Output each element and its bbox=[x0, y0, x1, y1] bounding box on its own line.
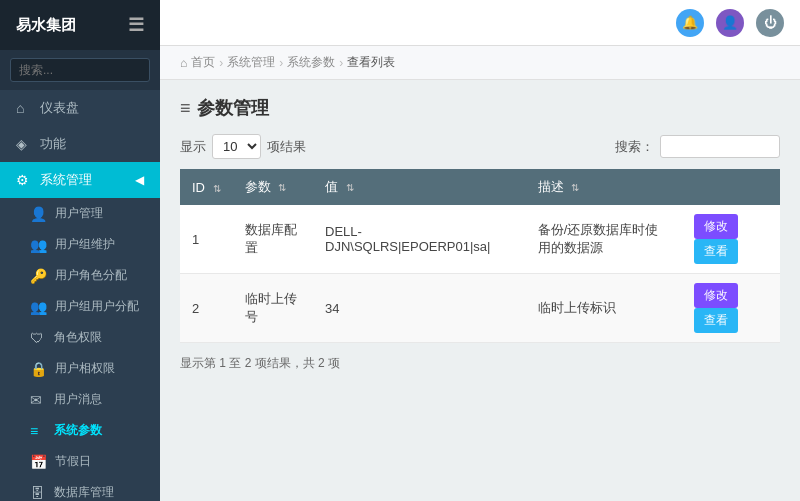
sidebar-item-usergroupmanage[interactable]: 👥 用户组维护 bbox=[0, 229, 160, 260]
dashboard-icon: ⌂ bbox=[16, 100, 32, 116]
user-avatar-icon[interactable]: 👤 bbox=[716, 9, 744, 37]
logout-icon[interactable]: ⏻ bbox=[756, 9, 784, 37]
chevron-left-icon: ◀ bbox=[135, 173, 144, 187]
topbar-icons: 🔔 👤 ⏻ bbox=[676, 9, 784, 37]
sort-param-icon[interactable]: ⇅ bbox=[278, 182, 286, 193]
table-toolbar: 显示 10 20 50 项结果 搜索： bbox=[180, 134, 780, 159]
sidebar-item-label: 用户角色分配 bbox=[55, 267, 127, 284]
table-footer: 显示第 1 至 2 项结果，共 2 项 bbox=[180, 355, 780, 372]
table-header: ID ⇅ 参数 ⇅ 值 ⇅ 描述 ⇅ bbox=[180, 169, 780, 205]
sidebar-item-dashboard[interactable]: ⌂ 仪表盘 bbox=[0, 90, 160, 126]
userperm-icon: 🔒 bbox=[30, 361, 47, 377]
show-suffix: 项结果 bbox=[267, 138, 306, 156]
footer-text: 显示第 1 至 2 项结果，共 2 项 bbox=[180, 356, 340, 370]
cell-value: DELL-DJN\SQLRS|EPOERP01|sa| bbox=[313, 205, 526, 274]
sidebar-nav: ⌂ 仪表盘 ◈ 功能 ⚙ 系统管理 ◀ 👤 用户管理 👥 用户组维护 🔑 用户角… bbox=[0, 90, 160, 501]
sidebar-item-label: 数据库管理 bbox=[54, 484, 114, 501]
breadcrumb-home[interactable]: 首页 bbox=[191, 54, 215, 71]
sidebar-item-label: 功能 bbox=[40, 135, 66, 153]
sidebar-item-function[interactable]: ◈ 功能 bbox=[0, 126, 160, 162]
app-name: 易水集团 bbox=[16, 16, 76, 35]
user-icon: 👤 bbox=[30, 206, 47, 222]
col-param: 参数 ⇅ bbox=[233, 169, 313, 205]
content-area: ≡ 参数管理 显示 10 20 50 项结果 搜索： bbox=[160, 80, 800, 501]
sidebar-item-dbmanage[interactable]: 🗄 数据库管理 bbox=[0, 477, 160, 501]
sidebar-item-label: 用户组用户分配 bbox=[55, 298, 139, 315]
table-row: 2 临时上传号 34 临时上传标识 修改 查看 bbox=[180, 274, 780, 343]
cell-desc: 备份/还原数据库时使用的数据源 bbox=[526, 205, 683, 274]
breadcrumb-sep-2: › bbox=[279, 56, 283, 70]
sidebar-item-label: 节假日 bbox=[55, 453, 91, 470]
sidebar-item-usermsg[interactable]: ✉ 用户消息 bbox=[0, 384, 160, 415]
breadcrumb-home-icon: ⌂ bbox=[180, 56, 187, 70]
sidebar-item-sysparams[interactable]: ≡ 系统参数 bbox=[0, 415, 160, 446]
holiday-icon: 📅 bbox=[30, 454, 47, 470]
cell-param: 数据库配置 bbox=[233, 205, 313, 274]
db-icon: 🗄 bbox=[30, 485, 46, 501]
breadcrumb-sysmanage[interactable]: 系统管理 bbox=[227, 54, 275, 71]
page-size-select[interactable]: 10 20 50 bbox=[212, 134, 261, 159]
col-desc: 描述 ⇅ bbox=[526, 169, 683, 205]
notification-icon[interactable]: 🔔 bbox=[676, 9, 704, 37]
title-icon: ≡ bbox=[180, 98, 191, 119]
cell-actions: 修改 查看 bbox=[682, 205, 780, 274]
sidebar-item-label: 角色权限 bbox=[54, 329, 102, 346]
modify-button-2[interactable]: 修改 bbox=[694, 283, 738, 308]
data-table: ID ⇅ 参数 ⇅ 值 ⇅ 描述 ⇅ bbox=[180, 169, 780, 343]
group-icon: 👥 bbox=[30, 237, 47, 253]
cell-value: 34 bbox=[313, 274, 526, 343]
show-label: 显示 bbox=[180, 138, 206, 156]
sidebar-search-input[interactable] bbox=[10, 58, 150, 82]
menu-toggle-icon[interactable]: ☰ bbox=[128, 14, 144, 36]
col-value: 值 ⇅ bbox=[313, 169, 526, 205]
cell-actions: 修改 查看 bbox=[682, 274, 780, 343]
msg-icon: ✉ bbox=[30, 392, 46, 408]
role-icon: 🔑 bbox=[30, 268, 47, 284]
cell-desc: 临时上传标识 bbox=[526, 274, 683, 343]
groupuser-icon: 👥 bbox=[30, 299, 47, 315]
sidebar-item-label: 用户管理 bbox=[55, 205, 103, 222]
breadcrumb-sysparams[interactable]: 系统参数 bbox=[287, 54, 335, 71]
page-title: 参数管理 bbox=[197, 96, 269, 120]
col-actions bbox=[682, 169, 780, 205]
sidebar-item-roleperm[interactable]: 🛡 角色权限 bbox=[0, 322, 160, 353]
page-title-area: ≡ 参数管理 bbox=[180, 96, 780, 120]
modify-button-1[interactable]: 修改 bbox=[694, 214, 738, 239]
sidebar-item-userperm[interactable]: 🔒 用户相权限 bbox=[0, 353, 160, 384]
sidebar-logo: 易水集团 ☰ bbox=[0, 0, 160, 50]
sysmanage-icon: ⚙ bbox=[16, 172, 32, 188]
sidebar-item-usermanage[interactable]: 👤 用户管理 bbox=[0, 198, 160, 229]
cell-id: 1 bbox=[180, 205, 233, 274]
params-icon: ≡ bbox=[30, 423, 46, 439]
main-area: 🔔 👤 ⏻ ⌂ 首页 › 系统管理 › 系统参数 › 查看列表 ≡ 参数管理 显… bbox=[160, 0, 800, 501]
sidebar-item-label: 用户组维护 bbox=[55, 236, 115, 253]
breadcrumb-sep-3: › bbox=[339, 56, 343, 70]
search-input[interactable] bbox=[660, 135, 780, 158]
table-body: 1 数据库配置 DELL-DJN\SQLRS|EPOERP01|sa| 备份/还… bbox=[180, 205, 780, 343]
function-icon: ◈ bbox=[16, 136, 32, 152]
view-button-1[interactable]: 查看 bbox=[694, 239, 738, 264]
cell-id: 2 bbox=[180, 274, 233, 343]
view-button-2[interactable]: 查看 bbox=[694, 308, 738, 333]
sidebar-item-userrole[interactable]: 🔑 用户角色分配 bbox=[0, 260, 160, 291]
sidebar-item-label: 用户消息 bbox=[54, 391, 102, 408]
sort-value-icon[interactable]: ⇅ bbox=[346, 182, 354, 193]
sidebar-item-sysmanage[interactable]: ⚙ 系统管理 ◀ bbox=[0, 162, 160, 198]
breadcrumb-sep-1: › bbox=[219, 56, 223, 70]
breadcrumb-current: 查看列表 bbox=[347, 54, 395, 71]
sidebar-item-label: 系统管理 bbox=[40, 171, 92, 189]
sort-id-icon[interactable]: ⇅ bbox=[213, 183, 221, 194]
breadcrumb: ⌂ 首页 › 系统管理 › 系统参数 › 查看列表 bbox=[160, 46, 800, 80]
sidebar-item-groupuser[interactable]: 👥 用户组用户分配 bbox=[0, 291, 160, 322]
sort-desc-icon[interactable]: ⇅ bbox=[571, 182, 579, 193]
cell-param: 临时上传号 bbox=[233, 274, 313, 343]
table-row: 1 数据库配置 DELL-DJN\SQLRS|EPOERP01|sa| 备份/还… bbox=[180, 205, 780, 274]
sidebar-item-label: 系统参数 bbox=[54, 422, 102, 439]
col-id: ID ⇅ bbox=[180, 169, 233, 205]
sidebar-item-holiday[interactable]: 📅 节假日 bbox=[0, 446, 160, 477]
roleperm-icon: 🛡 bbox=[30, 330, 46, 346]
sidebar: 易水集团 ☰ ⌂ 仪表盘 ◈ 功能 ⚙ 系统管理 ◀ 👤 用户管理 👥 用户组维… bbox=[0, 0, 160, 501]
sidebar-item-label: 仪表盘 bbox=[40, 99, 79, 117]
search-label: 搜索： bbox=[615, 138, 654, 156]
sidebar-search-area bbox=[0, 50, 160, 90]
